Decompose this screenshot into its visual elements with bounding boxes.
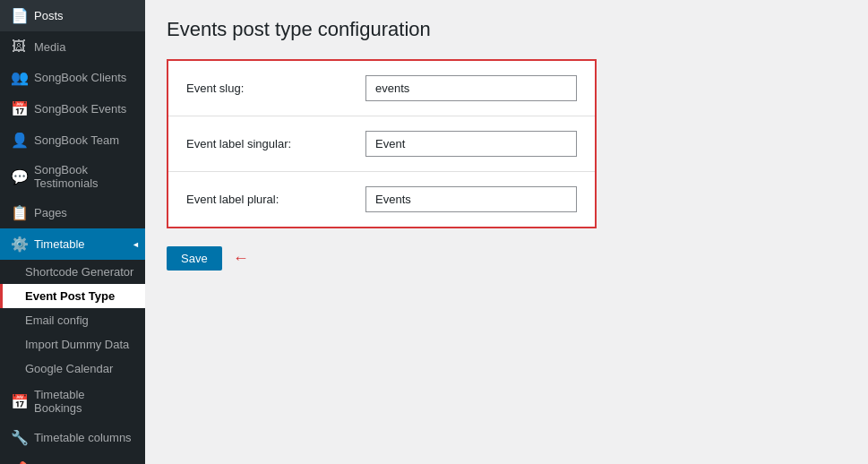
submenu-label: Email config (25, 314, 89, 327)
sidebar-item-timetable-bookings[interactable]: 📅 Timetable Bookings (0, 381, 145, 422)
sidebar-item-media[interactable]: 🖼 Media (0, 31, 145, 62)
main-content: Events post type configuration Event slu… (145, 0, 868, 464)
save-row: Save ← (167, 246, 847, 271)
sidebar-item-label: Timetable (34, 237, 85, 251)
submenu-label: Event Post Type (25, 289, 115, 303)
sidebar-item-songbook-events[interactable]: 📅 SongBook Events (0, 93, 145, 125)
submenu-label: Google Calendar (25, 362, 113, 375)
pages-icon: 📋 (11, 204, 27, 221)
sidebar: 📄 Posts 🖼 Media 👥 SongBook Clients 📅 Son… (0, 0, 145, 464)
submenu-event-post-type[interactable]: Event Post Type (0, 284, 145, 308)
event-label-singular-input[interactable] (365, 131, 577, 157)
arrow-icon: ← (233, 249, 249, 268)
page-title: Events post type configuration (167, 18, 847, 41)
sidebar-item-pages[interactable]: 📋 Pages (0, 197, 145, 228)
event-label-plural-row: Event label plural: (168, 172, 595, 227)
sidebar-item-timetable[interactable]: ⚙️ Timetable (0, 228, 145, 260)
testimonials-icon: 💬 (11, 168, 27, 185)
event-label-plural-input[interactable] (365, 186, 577, 212)
sidebar-item-timetable-columns[interactable]: 🔧 Timetable columns (0, 422, 145, 453)
submenu-label: Shortcode Generator (25, 265, 133, 279)
sidebar-item-label: Timetable Bookings (34, 388, 134, 415)
config-box: Event slug: Event label singular: Event … (167, 59, 597, 228)
sidebar-item-label: Timetable columns (34, 431, 132, 444)
sidebar-item-label: SongBook Testimonials (34, 163, 134, 190)
submenu-google-calendar[interactable]: Google Calendar (0, 357, 145, 381)
save-button[interactable]: Save (167, 246, 222, 271)
sidebar-item-label: Posts (34, 9, 64, 22)
sidebar-item-songbook-team[interactable]: 👤 SongBook Team (0, 125, 145, 156)
event-label-singular-row: Event label singular: (168, 116, 595, 172)
columns-icon: 🔧 (11, 429, 27, 446)
sidebar-item-songbook-clients[interactable]: 👥 SongBook Clients (0, 62, 145, 93)
sidebar-item-label: SongBook Team (34, 133, 119, 147)
submenu-import-dummy-data[interactable]: Import Dummy Data (0, 332, 145, 357)
posts-icon: 📄 (11, 7, 27, 24)
events-bottom-icon: 📌 (11, 460, 27, 464)
submenu-shortcode-generator[interactable]: Shortcode Generator (0, 260, 145, 284)
event-label-singular-label: Event label singular: (186, 137, 365, 150)
sidebar-item-songbook-testimonials[interactable]: 💬 SongBook Testimonials (0, 156, 145, 197)
event-label-plural-label: Event label plural: (186, 193, 365, 206)
submenu-label: Import Dummy Data (25, 338, 129, 351)
event-slug-input[interactable] (365, 75, 577, 101)
sidebar-item-label: Pages (34, 206, 67, 219)
timetable-icon: ⚙️ (11, 236, 27, 253)
sidebar-item-label: Media (34, 40, 65, 54)
media-icon: 🖼 (11, 39, 27, 55)
events-icon: 📅 (11, 100, 27, 117)
sidebar-item-label: SongBook Events (34, 102, 126, 116)
event-slug-label: Event slug: (186, 82, 365, 95)
submenu-email-config[interactable]: Email config (0, 308, 145, 332)
sidebar-item-events[interactable]: 📌 Events (0, 453, 145, 464)
event-slug-row: Event slug: (168, 61, 595, 116)
clients-icon: 👥 (11, 69, 27, 86)
bookings-icon: 📅 (11, 393, 27, 410)
sidebar-item-label: SongBook Clients (34, 71, 126, 84)
team-icon: 👤 (11, 132, 27, 149)
sidebar-item-posts[interactable]: 📄 Posts (0, 0, 145, 31)
